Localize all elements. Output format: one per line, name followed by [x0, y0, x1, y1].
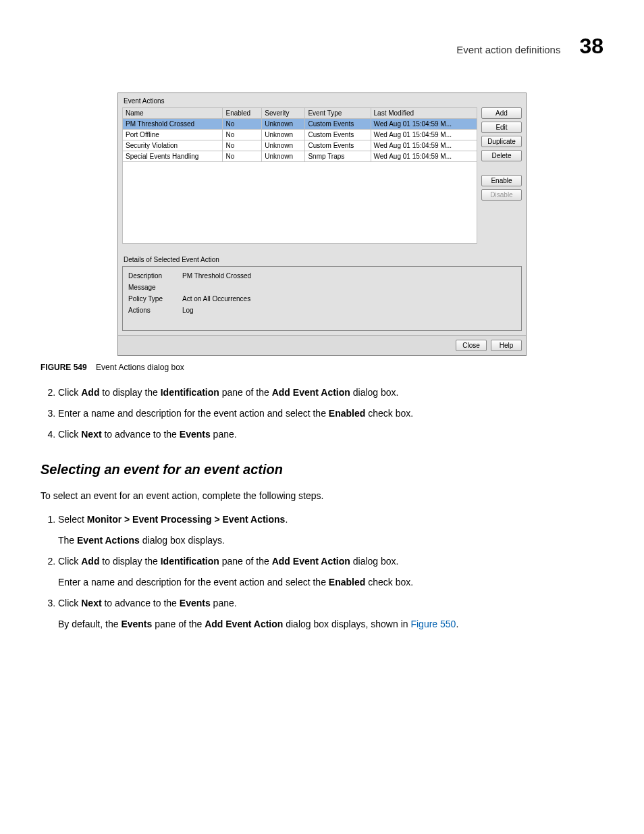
step-b-2: Click Add to display the Identification …	[58, 554, 603, 590]
t: Add	[81, 387, 99, 398]
edit-button[interactable]: Edit	[481, 122, 522, 133]
t: dialog box.	[350, 387, 399, 398]
add-button[interactable]: Add	[481, 107, 522, 119]
t: to advance to the	[102, 598, 180, 608]
details-policy-label: Policy Type	[128, 295, 182, 303]
t: dialog box displays.	[140, 535, 225, 546]
cell-enabled: No	[223, 119, 262, 130]
t: Enabled	[329, 408, 365, 419]
details-actions-value: Log	[182, 307, 194, 314]
t: to display the	[99, 387, 160, 398]
cell-mod: Wed Aug 01 15:04:59 M...	[371, 130, 477, 140]
t: pane of the	[219, 556, 272, 567]
disable-button[interactable]: Disable	[481, 189, 522, 201]
cell-name: Security Violation	[123, 140, 223, 151]
t: check box.	[365, 408, 413, 419]
t: By default, the	[58, 619, 121, 629]
t: Event Actions	[77, 535, 140, 546]
col-name[interactable]: Name	[123, 108, 223, 119]
t: check box.	[365, 577, 413, 588]
figure-caption-text: Event Actions dialog box	[96, 363, 184, 372]
t: Identification	[161, 556, 219, 567]
cell-mod: Wed Aug 01 15:04:59 M...	[371, 151, 477, 162]
cell-severity: Unknown	[262, 119, 305, 130]
figure-caption: FIGURE 549 Event Actions dialog box	[41, 363, 603, 372]
details-description-label: Description	[128, 272, 182, 280]
col-event-type[interactable]: Event Type	[305, 108, 371, 119]
t: Click	[58, 556, 81, 567]
t: dialog box.	[350, 556, 399, 567]
details-box: Description PM Threshold Crossed Message…	[122, 266, 522, 331]
cell-type: Custom Events	[305, 119, 371, 130]
dialog-button-column: Add Edit Duplicate Delete Enable Disable	[481, 107, 522, 201]
event-actions-table[interactable]: Name Enabled Severity Event Type Last Mo…	[122, 107, 477, 162]
t: Events	[121, 619, 152, 629]
t: Events	[180, 598, 211, 608]
figure-550-link[interactable]: Figure 550	[410, 619, 456, 629]
t: pane.	[211, 598, 237, 608]
section-intro: To select an event for an event action, …	[41, 489, 603, 503]
step-a-2: Click Add to display the Identification …	[58, 386, 603, 400]
col-enabled[interactable]: Enabled	[223, 108, 262, 119]
t: Add Event Action	[272, 387, 350, 398]
cell-name: Port Offline	[123, 130, 223, 140]
delete-button[interactable]: Delete	[481, 150, 522, 161]
t: The	[58, 535, 77, 546]
t: .	[285, 514, 288, 525]
t: Select	[58, 514, 87, 525]
table-row[interactable]: Port Offline No Unknown Custom Events We…	[123, 130, 477, 140]
table-row[interactable]: PM Threshold Crossed No Unknown Custom E…	[123, 119, 477, 130]
cell-mod: Wed Aug 01 15:04:59 M...	[371, 119, 477, 130]
col-last-modified[interactable]: Last Modified	[371, 108, 477, 119]
step-b-3: Click Next to advance to the Events pane…	[58, 596, 603, 631]
t: Identification	[161, 387, 219, 398]
t: Next	[81, 429, 101, 440]
step-b-1: Select Monitor > Event Processing > Even…	[58, 513, 603, 548]
section-heading: Selecting an event for an event action	[41, 459, 603, 479]
steps-list-b: Select Monitor > Event Processing > Even…	[41, 513, 603, 631]
table-row[interactable]: Security Violation No Unknown Custom Eve…	[123, 140, 477, 151]
t: Enter a name and description for the eve…	[58, 577, 329, 588]
close-button[interactable]: Close	[456, 340, 487, 351]
cell-severity: Unknown	[262, 151, 305, 162]
steps-list-a: Click Add to display the Identification …	[41, 386, 603, 442]
t: Next	[81, 598, 101, 608]
cell-mod: Wed Aug 01 15:04:59 M...	[371, 140, 477, 151]
cell-type: Custom Events	[305, 140, 371, 151]
t: .	[456, 619, 458, 629]
cell-name: Special Events Handling	[123, 151, 223, 162]
header-title: Event action definitions	[456, 44, 560, 55]
cell-enabled: No	[223, 140, 262, 151]
t: Monitor > Event Processing > Event Actio…	[87, 514, 286, 525]
help-button[interactable]: Help	[491, 340, 522, 351]
t: pane of the	[219, 387, 272, 398]
cell-type: Custom Events	[305, 130, 371, 140]
dialog-bottom-bar: Close Help	[118, 335, 526, 355]
event-actions-dialog-screenshot: Event Actions Name Enabled Severity Even…	[117, 93, 527, 356]
cell-severity: Unknown	[262, 130, 305, 140]
table-row[interactable]: Special Events Handling No Unknown Snmp …	[123, 151, 477, 162]
t: Enabled	[329, 577, 365, 588]
details-actions-label: Actions	[128, 307, 182, 314]
page-header: Event action definitions 38	[41, 34, 603, 59]
t: Add Event Action	[272, 556, 350, 567]
t: Click	[58, 598, 81, 608]
t: Add	[81, 556, 99, 567]
cell-type: Snmp Traps	[305, 151, 371, 162]
step-a-3: Enter a name and description for the eve…	[58, 407, 603, 421]
t: Click	[58, 387, 81, 398]
t: Enter a name and description for the eve…	[58, 408, 329, 419]
step-a-4: Click Next to advance to the Events pane…	[58, 427, 603, 442]
t: Click	[58, 429, 81, 440]
details-policy-value: Act on All Occurrences	[182, 295, 250, 303]
t: pane.	[211, 429, 237, 440]
dialog-title: Event Actions	[118, 93, 526, 107]
cell-enabled: No	[223, 130, 262, 140]
enable-button[interactable]: Enable	[481, 175, 522, 186]
cell-name: PM Threshold Crossed	[123, 119, 223, 130]
chapter-number: 38	[579, 34, 603, 59]
col-severity[interactable]: Severity	[262, 108, 305, 119]
duplicate-button[interactable]: Duplicate	[481, 136, 522, 147]
details-section-label: Details of Selected Event Action	[118, 248, 526, 266]
t: pane of the	[152, 619, 205, 629]
